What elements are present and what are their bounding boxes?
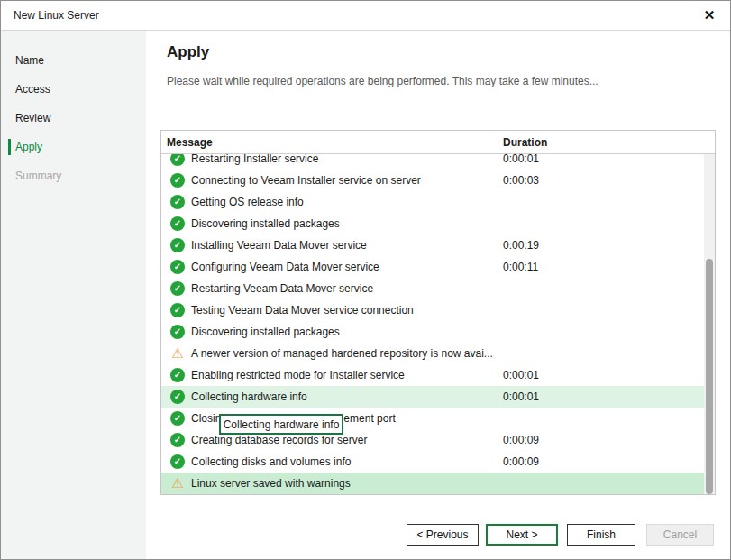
table-row[interactable]: ⚠ A newer version of managed hardened re… — [161, 343, 704, 364]
close-icon[interactable]: ✕ — [699, 6, 719, 24]
vertical-scrollbar[interactable] — [704, 154, 715, 494]
table-row[interactable]: ✓ Collecting hardware info 0:00:01 — [161, 386, 704, 408]
wizard-main-panel: Apply Please wait while required operati… — [146, 31, 730, 559]
new-linux-server-wizard: New Linux Server ✕ Name Access Review Ap… — [0, 0, 731, 560]
table-row[interactable]: ✓ Configuring Veeam Data Mover service 0… — [161, 256, 704, 278]
success-icon: ✓ — [170, 454, 185, 469]
row-duration: 0:00:09 — [503, 455, 539, 468]
success-icon: ✓ — [170, 260, 185, 274]
message-list-viewport: ✓ Restarting Installer service 0:00:01 ✓… — [161, 154, 704, 494]
window-title: New Linux Server — [14, 9, 99, 22]
table-row[interactable]: ✓ Installing Veeam Data Mover service 0:… — [161, 234, 704, 256]
table-body: ✓ Restarting Installer service 0:00:01 ✓… — [161, 154, 715, 494]
success-icon: ✓ — [170, 195, 185, 209]
column-header-message[interactable]: Message — [167, 136, 213, 149]
next-button[interactable]: Next > — [486, 524, 558, 546]
warning-icon: ⚠ — [170, 476, 185, 491]
page-subtitle: Please wait while required operations ar… — [167, 75, 599, 87]
column-header-duration[interactable]: Duration — [503, 136, 547, 149]
sidebar-item-apply[interactable]: Apply — [1, 133, 146, 161]
success-icon: ✓ — [170, 433, 185, 447]
table-row[interactable]: ✓ Discovering installed packages — [161, 321, 704, 343]
table-row[interactable]: ✓ Discovering installed packages — [161, 213, 704, 234]
row-duration: 0:00:01 — [503, 154, 539, 165]
row-duration: 0:00:11 — [503, 261, 538, 273]
table-row[interactable]: ✓ Restarting Veeam Data Mover service — [161, 278, 704, 299]
row-message: Discovering installed packages — [191, 217, 340, 230]
message-list: ✓ Restarting Installer service 0:00:01 ✓… — [161, 154, 704, 494]
success-icon: ✓ — [170, 216, 185, 231]
finish-button[interactable]: Finish — [567, 524, 635, 546]
success-icon: ✓ — [170, 325, 185, 339]
success-icon: ✓ — [170, 238, 185, 252]
row-message: Installing Veeam Data Mover service — [191, 239, 367, 252]
row-message: A newer version of managed hardened repo… — [191, 347, 493, 360]
table-row[interactable]: ✓ Getting OS release info — [161, 191, 704, 213]
row-duration: 0:00:09 — [503, 434, 539, 446]
scrollbar-thumb[interactable] — [706, 259, 713, 494]
sidebar-item-review[interactable]: Review — [1, 104, 146, 133]
row-message: Discovering installed packages — [191, 326, 340, 338]
row-message: Enabling restricted mode for Installer s… — [191, 369, 405, 381]
row-message: Testing Veeam Data Mover service connect… — [191, 304, 414, 317]
success-icon: ✓ — [170, 368, 185, 382]
row-message: Collecting disks and volumes info — [191, 455, 351, 468]
row-duration: 0:00:19 — [503, 239, 539, 252]
row-message: Connecting to Veeam Installer service on… — [191, 174, 421, 187]
success-icon: ✓ — [170, 390, 185, 404]
success-icon: ✓ — [170, 154, 185, 166]
row-message: Getting OS release info — [191, 196, 304, 208]
previous-button[interactable]: < Previous — [407, 524, 479, 546]
cancel-button: Cancel — [646, 524, 714, 546]
success-icon: ✓ — [170, 303, 185, 317]
warning-icon: ⚠ — [170, 346, 185, 361]
row-duration: 0:00:01 — [503, 369, 539, 381]
success-icon: ✓ — [170, 281, 185, 296]
table-row[interactable]: ✓ Connecting to Veeam Installer service … — [161, 170, 704, 191]
page-title: Apply — [167, 43, 209, 61]
table-row[interactable]: ✓ Collecting disks and volumes info 0:00… — [161, 451, 704, 473]
row-message: Linux server saved with warnings — [191, 477, 351, 490]
wizard-steps-list: Name Access Review Apply Summary — [1, 31, 146, 190]
row-tooltip: Collecting hardware info — [219, 414, 343, 435]
titlebar: New Linux Server ✕ — [1, 1, 730, 31]
row-message: Creating database records for server — [191, 434, 367, 446]
row-message: Restarting Veeam Data Mover service — [191, 282, 373, 295]
row-message: Configuring Veeam Data Mover service — [191, 261, 379, 273]
row-message: Collecting hardware info — [191, 390, 307, 403]
sidebar-item-name[interactable]: Name — [1, 46, 146, 75]
sidebar-item-summary: Summary — [1, 161, 146, 190]
row-message: Restarting Installer service — [191, 154, 318, 165]
table-row[interactable]: ✓ Testing Veeam Data Mover service conne… — [161, 299, 704, 321]
sidebar-item-access[interactable]: Access — [1, 75, 146, 104]
row-duration: 0:00:01 — [503, 390, 539, 403]
success-icon: ✓ — [170, 411, 185, 426]
table-row[interactable]: ✓ Restarting Installer service 0:00:01 — [161, 154, 704, 170]
table-header: Message Duration — [161, 131, 715, 154]
row-duration: 0:00:03 — [503, 174, 539, 187]
wizard-steps-sidebar: Name Access Review Apply Summary — [1, 31, 146, 559]
table-row[interactable]: ✓ Enabling restricted mode for Installer… — [161, 364, 704, 386]
operations-table: Message Duration ✓ Restarting Installer … — [160, 130, 716, 495]
table-row[interactable]: ⚠ Linux server saved with warnings — [161, 473, 704, 494]
success-icon: ✓ — [170, 173, 185, 188]
